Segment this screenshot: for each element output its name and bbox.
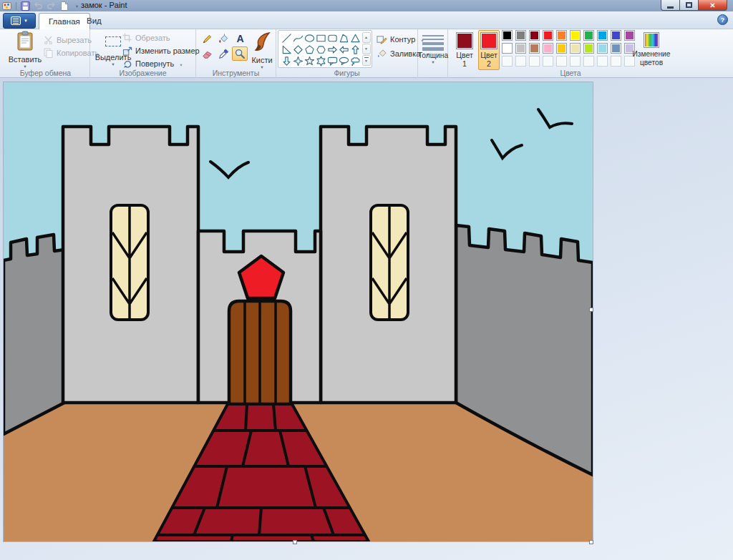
star-6-shape[interactable] — [315, 55, 326, 67]
cut-button[interactable]: Вырезать — [43, 34, 92, 46]
paint-app-icon[interactable] — [1, 1, 12, 11]
drawing-canvas[interactable] — [4, 82, 593, 541]
shapes-gallery — [278, 30, 372, 68]
resize-icon — [122, 45, 132, 56]
palette-color-swatch[interactable] — [543, 43, 553, 54]
rectangle-shape[interactable] — [315, 32, 326, 44]
palette-color-swatch[interactable] — [597, 30, 608, 41]
palette-color-swatch[interactable] — [502, 43, 513, 54]
triangle-shape[interactable] — [349, 32, 361, 44]
redo-button[interactable] — [46, 1, 57, 11]
selection-rectangle-icon — [105, 31, 121, 52]
callout-oval-shape[interactable] — [338, 55, 349, 67]
canvas-resize-handle-bottom[interactable] — [293, 540, 297, 544]
group-clipboard: Вставить Вырезать Копировать Буфер обмен… — [1, 29, 90, 78]
ellipse-shape[interactable] — [304, 32, 315, 44]
qat-separator — [16, 2, 16, 10]
callout-cloud-shape[interactable] — [349, 55, 361, 67]
star-4-shape[interactable] — [292, 55, 304, 67]
palette-color-swatch[interactable] — [502, 30, 513, 41]
arrow-left-shape[interactable] — [338, 44, 349, 55]
palette-color-swatch[interactable] — [583, 30, 594, 41]
palette-color-swatch[interactable] — [583, 43, 594, 54]
palette-empty-swatch[interactable] — [556, 56, 567, 67]
brush-icon — [251, 31, 273, 55]
new-document-icon[interactable] — [59, 1, 69, 11]
rotate-button[interactable]: Повернуть — [122, 57, 183, 69]
curve-shape[interactable] — [292, 32, 304, 44]
gallery-more-icon[interactable] — [362, 55, 371, 66]
color-picker-tool[interactable] — [215, 46, 231, 61]
palette-row-empty — [502, 56, 638, 67]
palette-color-swatch[interactable] — [570, 30, 581, 41]
palette-empty-swatch[interactable] — [529, 56, 540, 67]
color2-button[interactable]: Цвет 2 — [478, 30, 500, 70]
palette-color-swatch[interactable] — [556, 43, 567, 54]
canvas-resize-handle-corner[interactable] — [589, 540, 593, 544]
fill-tool[interactable] — [215, 31, 231, 46]
polygon-shape[interactable] — [338, 32, 349, 44]
paint-menu-button[interactable]: ▼ — [3, 13, 36, 29]
color1-button[interactable]: Цвет 1 — [454, 30, 475, 70]
group-label-image: Изображение — [90, 69, 195, 77]
pencil-tool[interactable] — [199, 31, 215, 46]
arrow-down-shape[interactable] — [281, 55, 292, 67]
palette-empty-swatch[interactable] — [515, 56, 526, 67]
palette-color-swatch[interactable] — [515, 30, 526, 41]
tab-view[interactable]: Вид — [77, 13, 111, 29]
arrow-up-shape[interactable] — [349, 44, 361, 55]
eraser-tool[interactable] — [199, 46, 215, 61]
scroll-up-icon[interactable] — [362, 32, 371, 43]
palette-color-swatch[interactable] — [543, 30, 553, 41]
palette-color-swatch[interactable] — [556, 30, 567, 41]
line-shape[interactable] — [281, 32, 292, 44]
palette-color-swatch[interactable] — [570, 43, 581, 54]
line-thickness-icon — [422, 35, 444, 51]
text-tool[interactable]: A — [232, 31, 248, 46]
edit-colors-button[interactable]: Изменение цветов — [628, 30, 674, 70]
paint-window: замок - Paint ✕ ▼ Главная Вид ? Вставить — [0, 0, 733, 560]
pentagon-shape[interactable] — [304, 44, 315, 55]
ribbon: Вставить Вырезать Копировать Буфер обмен… — [0, 29, 733, 78]
close-button[interactable]: ✕ — [699, 0, 727, 11]
group-label-shapes: Фигуры — [276, 69, 417, 77]
palette-empty-swatch[interactable] — [543, 56, 553, 67]
palette-empty-swatch[interactable] — [570, 56, 581, 67]
diamond-shape[interactable] — [292, 44, 304, 55]
minimize-button[interactable] — [661, 0, 680, 11]
arrow-right-shape[interactable] — [326, 44, 338, 55]
group-colors: Цвет 1 Цвет 2 Изменение цветов Цвета — [448, 29, 693, 78]
undo-button[interactable] — [33, 1, 44, 11]
paste-button[interactable]: Вставить — [7, 31, 43, 71]
crop-button[interactable]: Обрезать — [122, 31, 170, 44]
palette-row-1 — [502, 30, 638, 41]
color1-swatch — [456, 32, 473, 49]
palette-color-swatch[interactable] — [529, 43, 540, 54]
maximize-button[interactable] — [680, 0, 699, 11]
palette-empty-swatch[interactable] — [502, 56, 513, 67]
copy-pages-icon — [43, 47, 54, 58]
magnifier-tool[interactable] — [232, 46, 248, 61]
palette-color-swatch[interactable] — [529, 30, 540, 41]
resize-button[interactable]: Изменить размер — [122, 44, 200, 57]
palette-color-swatch[interactable] — [597, 43, 608, 54]
rotate-icon — [122, 58, 132, 69]
palette-color-swatch[interactable] — [611, 43, 621, 54]
star-5-shape[interactable] — [304, 55, 315, 67]
right-triangle-shape[interactable] — [281, 44, 292, 55]
callout-rounded-shape[interactable] — [326, 55, 338, 67]
canvas-resize-handle-right[interactable] — [589, 308, 593, 312]
help-button[interactable]: ? — [717, 14, 728, 25]
palette-empty-swatch[interactable] — [597, 56, 608, 67]
size-button[interactable]: Толщина — [416, 31, 450, 71]
palette-color-swatch[interactable] — [515, 43, 526, 54]
scroll-down-icon[interactable] — [362, 44, 371, 54]
save-button[interactable] — [20, 1, 31, 11]
palette-color-swatch[interactable] — [611, 30, 621, 41]
rounded-rectangle-shape[interactable] — [326, 32, 338, 44]
brushes-button[interactable]: Кисти — [251, 31, 273, 71]
hexagon-shape[interactable] — [315, 44, 326, 55]
palette-empty-swatch[interactable] — [611, 56, 621, 67]
palette-empty-swatch[interactable] — [583, 56, 594, 67]
shape-fill-icon — [377, 48, 387, 59]
